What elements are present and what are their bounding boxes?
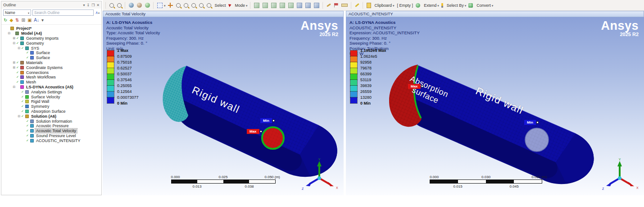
mode-dropdown[interactable]: Mode <box>234 1 249 9</box>
measure-icon[interactable] <box>340 1 349 9</box>
zoom-in-icon[interactable] <box>183 1 190 9</box>
fit-view-icon[interactable] <box>167 1 175 9</box>
collapse-search-icon[interactable]: ∧▾ <box>95 10 100 15</box>
pin-icon[interactable]: ↧ <box>86 3 90 7</box>
ruler-label: 0.000 <box>430 175 439 179</box>
zoom-next-icon[interactable] <box>206 1 213 9</box>
tree-item[interactable]: ✓ Mesh Workflows <box>1 75 101 80</box>
tree-expander-icon[interactable] <box>12 66 16 69</box>
tree-item[interactable]: ✓ Analysis Settings <box>1 89 101 94</box>
tree-item[interactable]: ✓ ACOUSTIC_INTENSITY <box>1 138 101 143</box>
extend-dropdown[interactable]: Extend <box>422 1 440 9</box>
element-face-select-icon[interactable] <box>304 1 313 9</box>
vertex-select-icon[interactable] <box>253 1 261 9</box>
zoom-previous-icon[interactable] <box>198 1 205 9</box>
select-by-dropdown[interactable]: Select By <box>445 1 467 9</box>
annotate-icon[interactable] <box>354 1 361 9</box>
toolbar-item[interactable] <box>351 2 353 9</box>
convert-icon[interactable] <box>467 1 475 9</box>
tree-item[interactable]: ✓ Rigid Wall <box>1 99 101 104</box>
orientation-triad[interactable]: Y X Z <box>300 158 338 193</box>
tab-acoustic-total-velocity[interactable]: Acoustic Total Velocity <box>103 11 344 17</box>
tree-item[interactable]: ✓ Geometry <box>1 41 101 46</box>
close-icon[interactable]: ✕ <box>96 3 100 7</box>
canvas-3d-left[interactable]: A: LS-DYNA Acoustics Acoustic Total Velo… <box>103 17 344 195</box>
tab-acoustic-intensity[interactable]: ACOUSTIC_INTENSITY <box>346 11 644 17</box>
expand-all-icon[interactable]: ⊞ <box>21 18 25 23</box>
toolbar-item[interactable] <box>105 2 107 9</box>
tree-item[interactable]: ✓ Mesh <box>1 80 101 85</box>
search-outline-input[interactable] <box>32 9 94 16</box>
node-select-icon[interactable] <box>287 1 295 9</box>
face-select-icon[interactable] <box>270 1 278 9</box>
name-filter-dropdown[interactable]: Name▾ <box>3 9 31 16</box>
edge-select-icon[interactable] <box>262 1 270 9</box>
dropdown-icon[interactable]: ▾ <box>83 3 85 7</box>
tree-item[interactable]: ✓ Coordinate Systems <box>1 65 101 70</box>
sort-alpha-icon[interactable]: A↓ <box>34 18 39 23</box>
tree-expander-icon[interactable] <box>17 115 21 118</box>
tree-item[interactable]: ✓ LS-DYNA Acoustics (A5) <box>1 85 101 90</box>
tree-item[interactable]: ✓ Connections <box>1 70 101 75</box>
tree-item-label: Solution (A6) <box>30 114 57 119</box>
toolbar-item[interactable] <box>125 2 127 9</box>
toolbar-item[interactable] <box>153 2 155 9</box>
element-select-icon[interactable] <box>296 1 304 9</box>
tree-item[interactable]: ✓ Acoustic Pressure <box>1 124 101 129</box>
label-tool-icon[interactable] <box>326 1 333 9</box>
extend-icon[interactable] <box>415 1 422 9</box>
tree-item[interactable]: ✓ Materials <box>1 60 101 65</box>
tree-item[interactable]: ✓ Model (A4) <box>1 31 101 36</box>
tree-item[interactable]: ✓ Symmetry <box>1 104 101 109</box>
float-icon[interactable]: ❒ <box>91 3 95 7</box>
tree-item-label: ACOUSTIC_INTENSITY <box>35 138 82 143</box>
tree-item[interactable]: ✓ Solution Information <box>1 119 101 124</box>
toolbar-item[interactable] <box>250 2 252 9</box>
sort-icon[interactable]: ⇅ <box>15 18 19 23</box>
clipboard-empty-label[interactable]: [ Empty ] <box>396 1 415 9</box>
tree-expander-icon[interactable] <box>12 41 16 45</box>
body-select-icon[interactable] <box>279 1 287 9</box>
tree-expander-icon[interactable] <box>17 46 21 50</box>
tree-item[interactable]: ✓ Surface <box>1 51 101 55</box>
tree-expander-icon[interactable] <box>12 85 16 89</box>
probe-icon[interactable] <box>333 1 340 9</box>
toolbar-item[interactable] <box>363 2 364 9</box>
select-by-icon[interactable] <box>440 1 445 9</box>
orientation-triad[interactable]: Y X Z <box>601 158 639 193</box>
tree-item[interactable]: ✓ SYS <box>1 46 101 51</box>
show-hidden-icon[interactable]: ▣ <box>27 18 32 23</box>
tree-item[interactable]: ✓ Geometry Imports <box>1 36 101 41</box>
tag-icon[interactable]: ◆ <box>9 18 13 23</box>
tree-expander-icon[interactable] <box>7 32 11 35</box>
zoom-out-icon[interactable] <box>190 1 198 9</box>
tree-expander-icon[interactable] <box>12 61 16 64</box>
tree-item[interactable]: ✓ Project* <box>1 26 101 31</box>
zoom-fit-icon[interactable] <box>175 1 182 9</box>
tree-expander-icon[interactable] <box>12 37 16 40</box>
check-icon: ✓ <box>26 56 30 60</box>
canvas-3d-right[interactable]: A: LS-DYNA Acoustics ACOUSTIC_INTENSITYE… <box>346 17 644 195</box>
toolbar-item[interactable] <box>322 2 324 9</box>
tree-item[interactable]: ✓ Surface Velocity <box>1 94 101 99</box>
tree-item-icon <box>25 110 29 113</box>
rotate-icon[interactable] <box>128 1 136 9</box>
convert-dropdown[interactable]: Convert <box>475 1 494 9</box>
tree-item[interactable]: ✓ Solution (A6) <box>1 114 101 119</box>
refresh-icon[interactable]: ↻ <box>4 18 7 23</box>
select-label[interactable]: Select <box>213 1 227 9</box>
clipboard-icon[interactable] <box>366 1 373 9</box>
tree-item[interactable]: ✓ Sound Pressure Level <box>1 133 101 138</box>
dynamic-rotate-icon[interactable] <box>144 1 152 9</box>
pan-icon[interactable] <box>136 1 144 9</box>
tree-item[interactable]: ✓ Surface <box>1 55 101 60</box>
tree-item[interactable]: ✓ Acoustic Total Velocity <box>1 129 101 133</box>
box-zoom-icon[interactable] <box>109 1 116 9</box>
tree-item[interactable]: ✓ Absorption Surface <box>1 109 101 114</box>
selection-box-icon[interactable] <box>156 1 167 9</box>
more-icon[interactable]: ▾ <box>41 18 44 23</box>
select-cursor-icon[interactable] <box>228 1 233 9</box>
zoom-icon[interactable] <box>116 1 123 9</box>
mesh-select-icon[interactable] <box>313 1 321 9</box>
clipboard-dropdown[interactable]: Clipboard <box>373 1 395 9</box>
